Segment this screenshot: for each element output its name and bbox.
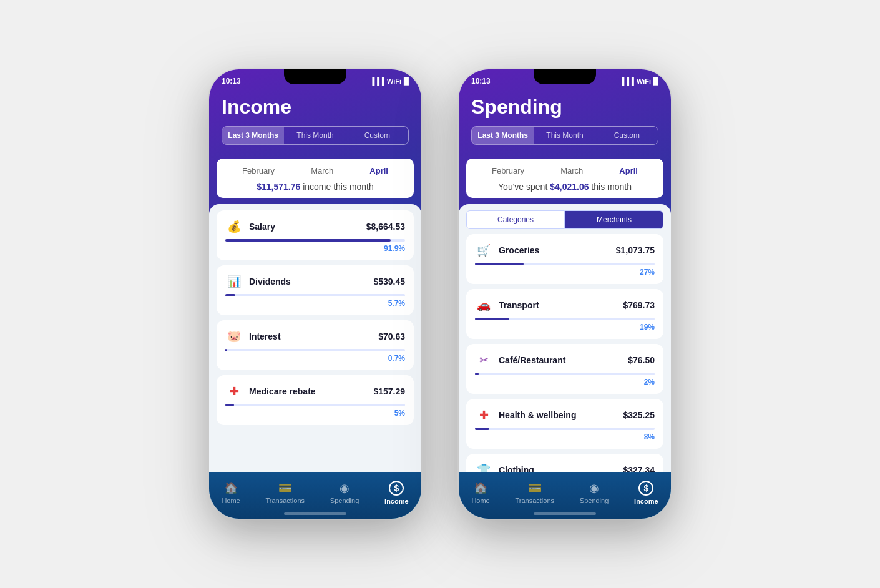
medicare-icon: ✚	[225, 383, 243, 400]
month-april-income[interactable]: April	[364, 165, 393, 177]
wifi-icon: WiFi	[387, 77, 401, 85]
status-time: 10:13	[222, 77, 241, 86]
income-phone-gradient: 10:13 ▐▐▐ WiFi ▉ Income Last 3 Months Th…	[209, 69, 421, 519]
spending-item-transport: 🚗 Transport $769.73 19%	[466, 289, 663, 339]
status-bar-spending: 10:13 ▐▐▐ WiFi ▉	[459, 69, 671, 86]
transport-progress-container	[475, 318, 655, 320]
tab-last3months-spending[interactable]: Last 3 Months	[472, 127, 534, 144]
month-february-spending[interactable]: February	[487, 165, 529, 177]
nav-transactions-spending[interactable]: 💳 Transactions	[515, 481, 554, 504]
spending-header: Spending Last 3 Months This Month Custom	[459, 86, 671, 152]
spending-month-row: February March April	[474, 165, 656, 177]
notch	[284, 69, 346, 84]
cafe-value: $76.50	[628, 355, 655, 365]
income-tabs[interactable]: Last 3 Months This Month Custom	[222, 126, 409, 145]
tab-custom-income[interactable]: Custom	[346, 127, 408, 144]
dividends-percent: 5.7%	[225, 299, 405, 308]
spending-icon-spending: ◉	[589, 481, 599, 495]
income-item-dividends: 📊 Dividends $539.45 5.7%	[217, 265, 414, 315]
spending-tabs[interactable]: Last 3 Months This Month Custom	[471, 126, 658, 145]
nav-home-spending[interactable]: 🏠 Home	[471, 481, 489, 504]
groceries-percent: 27%	[475, 268, 655, 277]
groceries-progress-container	[475, 263, 655, 265]
transport-percent: 19%	[475, 323, 655, 331]
interest-header: 🐷 Interest $70.63	[225, 328, 405, 345]
home-icon-spending: 🏠	[474, 481, 487, 495]
battery-icon: ▉	[404, 77, 409, 86]
month-april-spending[interactable]: April	[614, 165, 643, 177]
income-phone: 10:13 ▐▐▐ WiFi ▉ Income Last 3 Months Th…	[209, 69, 421, 519]
cafe-left: ✂ Café/Restaurant	[475, 351, 565, 369]
salary-progress-container	[225, 239, 405, 242]
battery-icon-spending: ▉	[653, 77, 658, 86]
health-percent: 8%	[475, 433, 655, 441]
cafe-header: ✂ Café/Restaurant $76.50	[475, 351, 655, 369]
spending-icon: ◉	[340, 481, 350, 495]
income-summary: $11,571.76 income this month	[224, 182, 406, 192]
transport-left: 🚗 Transport	[475, 296, 539, 314]
transport-header: 🚗 Transport $769.73	[475, 296, 655, 314]
medicare-left: ✚ Medicare rebate	[225, 383, 316, 400]
nav-income-spending[interactable]: $ Income	[634, 481, 658, 505]
interest-value: $70.63	[378, 331, 405, 341]
salary-percent: 91.9%	[225, 244, 405, 253]
income-nav-icon: $	[389, 481, 404, 496]
medicare-header: ✚ Medicare rebate $157.29	[225, 383, 405, 400]
spending-phone: 10:13 ▐▐▐ WiFi ▉ Spending Last 3 Months …	[459, 69, 671, 519]
transport-icon: 🚗	[475, 296, 492, 314]
spending-summary-prefix: You've spent	[498, 182, 550, 192]
signal-icon-spending: ▐▐▐	[619, 77, 633, 85]
tab-last3months-income[interactable]: Last 3 Months	[222, 127, 284, 144]
nav-spending-label-spending: Spending	[580, 497, 609, 504]
month-march-spending[interactable]: March	[555, 165, 588, 177]
month-february-income[interactable]: February	[237, 165, 280, 177]
spending-summary-suffix: this month	[589, 182, 631, 192]
nav-home-label-spending: Home	[471, 497, 489, 504]
tab-thismonth-spending[interactable]: This Month	[534, 127, 595, 144]
income-month-row: February March April	[224, 165, 406, 177]
spending-cat-tabs[interactable]: Categories Merchants	[466, 210, 663, 229]
income-title: Income	[222, 96, 409, 119]
groceries-value: $1,073.75	[616, 245, 655, 255]
nav-home-label: Home	[222, 497, 240, 504]
salary-progress	[225, 239, 391, 242]
medicare-label: Medicare rebate	[249, 386, 316, 396]
salary-header: 💰 Salary $8,664.53	[225, 218, 405, 235]
phones-container: 10:13 ▐▐▐ WiFi ▉ Income Last 3 Months Th…	[0, 44, 880, 544]
nav-transactions-income[interactable]: 💳 Transactions	[265, 481, 305, 504]
income-amount: $11,571.76	[257, 182, 300, 192]
tab-custom-spending[interactable]: Custom	[596, 127, 658, 144]
income-month-selector: February March April $11,571.76 income t…	[217, 159, 414, 198]
health-value: $325.25	[623, 410, 655, 420]
income-bottom-nav: 🏠 Home 💳 Transactions ◉ Spending $ Incom…	[209, 472, 421, 519]
cat-tab-merchants[interactable]: Merchants	[565, 210, 663, 229]
interest-left: 🐷 Interest	[225, 328, 281, 345]
health-left: ✚ Health & wellbeing	[475, 406, 576, 424]
transport-progress	[475, 318, 509, 320]
nav-home-income[interactable]: 🏠 Home	[222, 481, 240, 504]
status-icons: ▐▐▐ WiFi ▉	[369, 77, 409, 86]
nav-income-income[interactable]: $ Income	[384, 481, 409, 505]
month-march-income[interactable]: March	[306, 165, 338, 177]
salary-value: $8,664.53	[366, 222, 405, 232]
nav-spending-spending[interactable]: ◉ Spending	[580, 481, 609, 504]
notch-spending	[534, 69, 596, 84]
dividends-progress	[225, 294, 235, 296]
spending-item-cafe: ✂ Café/Restaurant $76.50 2%	[466, 344, 663, 394]
nav-transactions-label: Transactions	[265, 497, 305, 504]
dividends-progress-container	[225, 294, 405, 296]
groceries-left: 🛒 Groceries	[475, 242, 539, 259]
nav-income-label-spending: Income	[634, 497, 658, 505]
nav-transactions-label-spending: Transactions	[515, 497, 554, 504]
tab-thismonth-income[interactable]: This Month	[284, 127, 346, 144]
transport-label: Transport	[499, 300, 539, 310]
groceries-progress	[475, 263, 524, 265]
nav-spending-income[interactable]: ◉ Spending	[330, 481, 359, 504]
cafe-progress-container	[475, 373, 655, 375]
status-bar: 10:13 ▐▐▐ WiFi ▉	[209, 69, 421, 86]
status-time-spending: 10:13	[471, 77, 491, 86]
spending-item-groceries: 🛒 Groceries $1,073.75 27%	[466, 234, 663, 284]
health-progress-container	[475, 428, 655, 430]
income-item-salary: 💰 Salary $8,664.53 91.9%	[217, 210, 414, 260]
cat-tab-categories[interactable]: Categories	[466, 210, 565, 229]
